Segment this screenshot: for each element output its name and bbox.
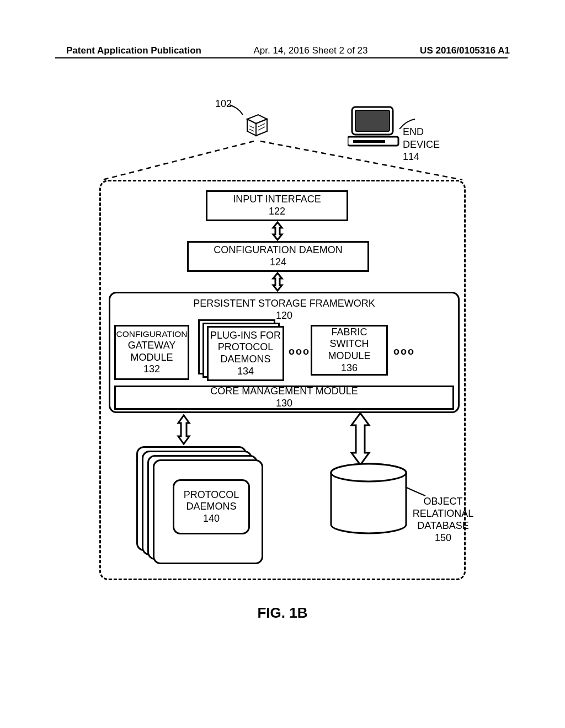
bi-arrow-1 (269, 221, 286, 241)
input-interface-num: 122 (269, 206, 285, 218)
db-num: 150 (435, 532, 451, 543)
monitor-icon (348, 105, 403, 149)
core-label: CORE MANAGEMENT MODULE (210, 386, 358, 398)
db-label: OBJECT RELATIONAL DATABASE 150 (410, 496, 476, 544)
protocol-daemons-block: PROTOCOL DAEMONS 140 (173, 479, 250, 534)
fs-l1: FABRIC SWITCH (312, 326, 386, 350)
fs-l2: MODULE (328, 350, 370, 362)
plg-l3: DAEMONS (220, 354, 270, 366)
database-icon (327, 463, 410, 534)
config-gateway-module: CONFIGURATION GATEWAY MODULE 132 (114, 325, 189, 380)
cg-l2: GATEWAY (128, 340, 176, 352)
network-switch-icon (242, 109, 271, 139)
input-interface-label: INPUT INTERFACE (233, 194, 321, 206)
end-device-label: END DEVICE 114 (403, 126, 441, 163)
main-container: INPUT INTERFACE 122 CONFIGURATION DAEMON… (99, 180, 466, 580)
plugins-stack: PLUG-INS FOR PROTOCOL DAEMONS 134 (198, 319, 286, 380)
cg-l3: MODULE (130, 352, 173, 364)
core-num: 130 (276, 398, 292, 410)
config-daemon-label: CONFIGURATION DAEMON (214, 244, 343, 256)
input-interface-block: INPUT INTERFACE 122 (206, 190, 348, 221)
plugins-block: PLUG-INS FOR PROTOCOL DAEMONS 134 (207, 326, 284, 381)
ref-102: 102 (215, 98, 232, 110)
cg-num: 132 (143, 363, 160, 376)
pd-l1: PROTOCOL (184, 489, 239, 501)
header-mid: Apr. 14, 2016 Sheet 2 of 23 (254, 45, 368, 56)
page-header: Patent Application Publication Apr. 14, … (0, 45, 565, 56)
protocol-daemons-stack: PROTOCOL DAEMONS 140 (136, 446, 269, 561)
svg-rect-10 (353, 140, 385, 143)
fs-num: 136 (341, 362, 358, 374)
svg-marker-13 (273, 222, 282, 240)
svg-point-18 (331, 464, 406, 481)
header-rule (55, 57, 508, 58)
psf-label: PERSISTENT STORAGE FRAMEWORK (193, 298, 375, 309)
fabric-switch-module: FABRIC SWITCH MODULE 136 (311, 325, 388, 376)
header-right: US 2016/0105316 A1 (420, 45, 510, 56)
top-icons-group: 102 END DEVICE 114 (232, 105, 441, 165)
end-device-num: 114 (403, 151, 419, 162)
svg-line-11 (103, 141, 254, 180)
header-left: Patent Application Publication (66, 45, 201, 56)
ellipsis-2: ooo (393, 346, 415, 357)
svg-marker-15 (178, 415, 189, 444)
pd-l2: DAEMONS (186, 501, 236, 513)
plg-l2: PROTOCOL (218, 341, 274, 354)
config-daemon-block: CONFIGURATION DAEMON 124 (187, 241, 369, 272)
svg-marker-16 (351, 413, 369, 465)
db-l2: RELATIONAL (413, 508, 474, 519)
pd-num: 140 (203, 513, 220, 525)
ellipsis-1: ooo (289, 346, 310, 357)
plg-num: 134 (237, 366, 254, 378)
figure-caption: FIG. 1B (0, 604, 565, 622)
svg-rect-8 (355, 110, 390, 131)
end-device-text: END DEVICE (403, 126, 440, 150)
svg-marker-14 (273, 273, 282, 291)
bi-arrow-4 (344, 412, 377, 466)
plg-l1: PLUG-INS FOR (210, 330, 281, 342)
db-l1: OBJECT (423, 496, 462, 507)
config-daemon-num: 124 (270, 256, 286, 269)
cg-l1: CONFIGURATION (116, 329, 188, 340)
bi-arrow-2 (269, 272, 286, 292)
psf-title: PERSISTENT STORAGE FRAMEWORK 120 (110, 298, 458, 322)
bi-arrow-3 (173, 414, 195, 445)
db-l3: DATABASE (417, 520, 468, 531)
core-management-module: CORE MANAGEMENT MODULE 130 (114, 386, 454, 410)
